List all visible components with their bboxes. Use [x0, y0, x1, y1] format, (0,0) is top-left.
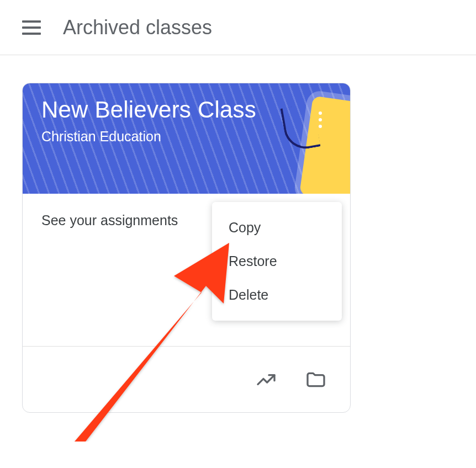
- menu-item-copy[interactable]: Copy: [212, 211, 342, 244]
- folder-icon[interactable]: [303, 366, 329, 393]
- top-bar: Archived classes: [0, 0, 476, 55]
- page-title: Archived classes: [63, 16, 212, 39]
- menu-item-delete[interactable]: Delete: [212, 278, 342, 312]
- trending-icon[interactable]: [253, 366, 279, 393]
- menu-item-restore[interactable]: Restore: [212, 244, 342, 278]
- content-area: New Believers Class Christian Education …: [0, 55, 476, 440]
- menu-icon[interactable]: [22, 17, 43, 38]
- card-options-menu: Copy Restore Delete: [212, 202, 342, 321]
- more-options-button[interactable]: [310, 110, 330, 130]
- card-header[interactable]: New Believers Class Christian Education: [23, 83, 350, 194]
- card-footer: [23, 346, 350, 412]
- class-title[interactable]: New Believers Class: [41, 97, 331, 123]
- class-section[interactable]: Christian Education: [41, 129, 331, 145]
